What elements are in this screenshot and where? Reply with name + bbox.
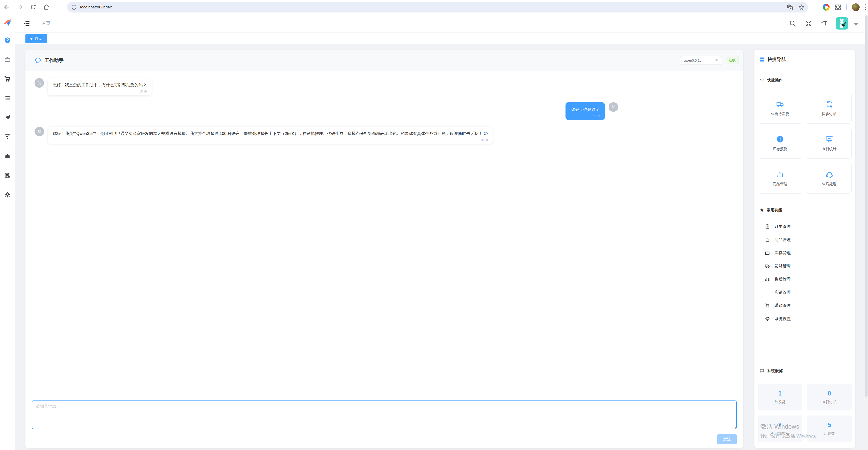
warning-filled-icon <box>776 136 784 143</box>
user-bubble: 你好，你是谁？ 15:19 <box>565 102 605 120</box>
message-input[interactable] <box>32 400 737 429</box>
action-product-management[interactable]: 商品管理 <box>757 163 802 193</box>
sync-icon <box>826 100 833 108</box>
system-overview-title: 系统概览 <box>767 368 783 373</box>
order-icon <box>765 224 770 229</box>
stat-label: 待发货 <box>774 400 785 404</box>
truck-icon <box>776 100 784 108</box>
sidebar-item-order-settings[interactable] <box>0 166 15 185</box>
url-text[interactable]: localhost:88/index <box>80 5 112 9</box>
toolbar-divider <box>846 4 847 10</box>
functions-list: 订单管理 商品管理 库存管理 发货管理 <box>757 220 851 325</box>
gear-icon <box>765 316 770 321</box>
action-after-sales[interactable]: 售后处理 <box>807 163 851 193</box>
fn-shop-management[interactable]: 店铺管理 <box>757 286 851 299</box>
sidebar-item-settings[interactable] <box>0 185 15 204</box>
browser-menu-icon[interactable] <box>865 4 866 10</box>
tab-home[interactable]: 首页 <box>25 34 47 43</box>
forward-icon[interactable] <box>15 2 25 12</box>
reload-icon[interactable] <box>28 2 38 12</box>
action-sync-orders[interactable]: 同步订单 <box>807 93 851 124</box>
browser-profile-avatar[interactable] <box>852 3 860 11</box>
home-icon[interactable] <box>41 2 51 12</box>
stat-value: 5 <box>828 422 831 429</box>
tabs-bar: 首页 <box>15 33 865 44</box>
box-icon <box>765 250 770 255</box>
address-bar[interactable]: localhost:88/index GA <box>67 2 808 12</box>
bookmark-star-icon[interactable] <box>798 4 805 11</box>
data-board-icon <box>760 368 765 373</box>
assistant-avatar: 助 <box>34 78 44 88</box>
no-icon <box>765 290 770 295</box>
fn-label: 采购管理 <box>774 303 791 308</box>
fn-label: 商品管理 <box>774 237 791 242</box>
assistant-avatar: 助 <box>34 127 44 136</box>
chevron-down-icon[interactable] <box>854 23 858 26</box>
action-today-stats[interactable]: 今日统计 <box>807 128 851 158</box>
truck-icon <box>765 264 770 269</box>
fn-label: 库存管理 <box>774 250 791 256</box>
sidebar-item-briefcase[interactable] <box>0 50 15 69</box>
fullscreen-icon[interactable] <box>805 20 812 27</box>
app-logo <box>2 18 12 28</box>
common-functions-title: 常用功能 <box>767 207 782 213</box>
extension-colorful-icon[interactable] <box>823 4 830 11</box>
browser-toolbar: localhost:88/index GA <box>0 0 868 14</box>
chat-title: 工作助手 <box>44 57 64 64</box>
stat-value: 0 <box>828 390 831 397</box>
translate-icon[interactable]: GA <box>787 4 793 10</box>
svg-text:A: A <box>790 7 792 9</box>
sidebar-item-cart[interactable] <box>0 69 15 88</box>
font-size-icon[interactable]: TT <box>821 20 827 27</box>
user-avatar-bubble: 我 <box>609 102 618 112</box>
action-label: 查看待发货 <box>771 112 789 117</box>
model-select[interactable]: qwen3.5:2b <box>680 56 721 65</box>
fn-inventory-management[interactable]: 库存管理 <box>757 246 851 260</box>
sidebar-item-list[interactable] <box>0 88 15 108</box>
fn-label: 店铺管理 <box>774 290 791 295</box>
fn-product-management[interactable]: 商品管理 <box>757 233 851 246</box>
search-icon[interactable] <box>789 20 796 27</box>
chat-messages[interactable]: 助 您好！我是您的工作助手，有什么可以帮助您的吗？ 15:19 你好，你是谁？ … <box>25 71 627 400</box>
fn-shipping-management[interactable]: 发货管理 <box>757 260 851 273</box>
assistant-message-row: 助 您好！我是您的工作助手，有什么可以帮助您的吗？ 15:19 <box>34 78 618 95</box>
extensions-puzzle-icon[interactable] <box>835 4 841 11</box>
breadcrumb[interactable]: 首页 <box>42 21 51 26</box>
fn-label: 订单管理 <box>774 224 791 229</box>
page-scrollbar[interactable] <box>865 14 868 450</box>
sidebar-toggle-icon[interactable] <box>23 20 30 27</box>
stat-pending-shipment: 1 待发货 <box>757 384 802 411</box>
scrollbar-thumb[interactable] <box>865 16 868 397</box>
model-select-value: qwen3.5:2b <box>684 58 702 62</box>
back-icon[interactable] <box>2 2 12 12</box>
user-avatar[interactable] <box>836 17 848 30</box>
sidebar-item-dashboard[interactable] <box>0 30 15 50</box>
user-message-row: 你好，你是谁？ 15:19 我 <box>34 102 618 120</box>
sidebar-item-monitor-chart[interactable] <box>0 127 15 146</box>
status-badge: 在线 <box>726 57 739 64</box>
action-label: 同步订单 <box>822 112 837 117</box>
site-info-icon[interactable] <box>71 4 77 10</box>
quick-actions-head: 快捷操作 <box>757 73 851 87</box>
message-time: 15:20 <box>53 138 488 142</box>
fn-order-management[interactable]: 订单管理 <box>757 220 851 233</box>
fn-purchase-management[interactable]: 采购管理 <box>757 299 851 312</box>
action-label: 售后处理 <box>822 182 837 186</box>
quick-actions-title: 快捷操作 <box>767 78 783 83</box>
sidebar-item-send[interactable] <box>0 108 15 127</box>
fn-label: 系统设置 <box>774 316 791 322</box>
common-functions-head: 常用功能 <box>757 203 851 217</box>
message-time: 15:19 <box>571 114 599 118</box>
chat-bubble-icon <box>34 57 41 64</box>
action-inventory-alert[interactable]: 库存预警 <box>757 128 802 158</box>
headset-icon <box>826 170 833 178</box>
select-caret-icon <box>715 60 718 61</box>
fn-system-settings[interactable]: 系统设置 <box>757 312 851 325</box>
sidebar-item-bag[interactable] <box>0 146 15 166</box>
stat-label: 店铺数 <box>824 431 835 436</box>
fn-aftersales-management[interactable]: 售后管理 <box>757 273 851 286</box>
send-button[interactable]: 发送 <box>717 434 737 444</box>
action-view-pending-shipments[interactable]: 查看待发货 <box>757 93 802 124</box>
fn-label: 售后管理 <box>774 276 791 282</box>
action-label: 库存预警 <box>773 147 787 151</box>
